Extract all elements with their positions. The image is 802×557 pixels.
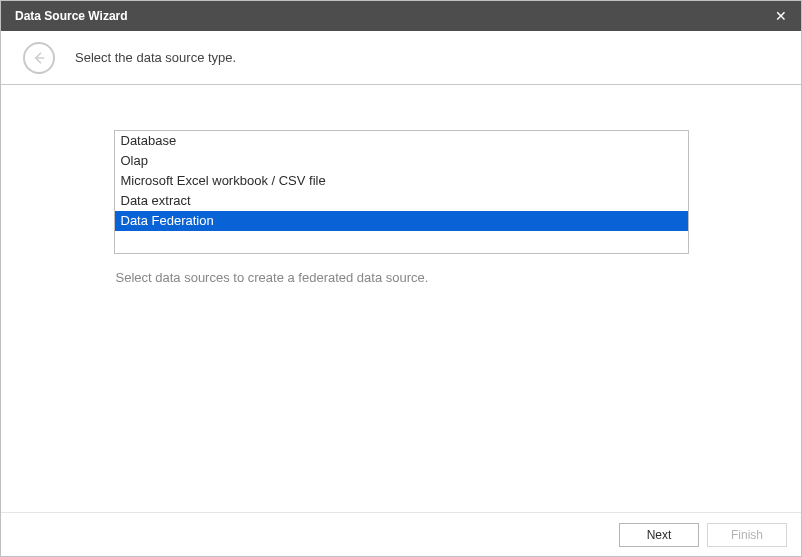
list-item[interactable]: Olap bbox=[115, 151, 688, 171]
description-text: Select data sources to create a federate… bbox=[114, 270, 689, 285]
list-item[interactable]: Data Federation bbox=[115, 211, 688, 231]
header-panel: Select the data source type. bbox=[1, 31, 801, 85]
list-item[interactable]: Microsoft Excel workbook / CSV file bbox=[115, 171, 688, 191]
list-item[interactable]: Database bbox=[115, 131, 688, 151]
data-source-type-listbox[interactable]: Database Olap Microsoft Excel workbook /… bbox=[114, 130, 689, 254]
titlebar: Data Source Wizard ✕ bbox=[1, 1, 801, 31]
back-button[interactable] bbox=[23, 42, 55, 74]
close-icon[interactable]: ✕ bbox=[771, 8, 791, 24]
content-area: Database Olap Microsoft Excel workbook /… bbox=[1, 85, 801, 512]
window-title: Data Source Wizard bbox=[11, 9, 128, 23]
finish-button: Finish bbox=[707, 523, 787, 547]
button-bar: Next Finish bbox=[1, 512, 801, 556]
arrow-left-icon bbox=[31, 50, 47, 66]
next-button[interactable]: Next bbox=[619, 523, 699, 547]
instruction-text: Select the data source type. bbox=[75, 50, 236, 65]
listbox-empty-space bbox=[115, 231, 688, 253]
list-item[interactable]: Data extract bbox=[115, 191, 688, 211]
